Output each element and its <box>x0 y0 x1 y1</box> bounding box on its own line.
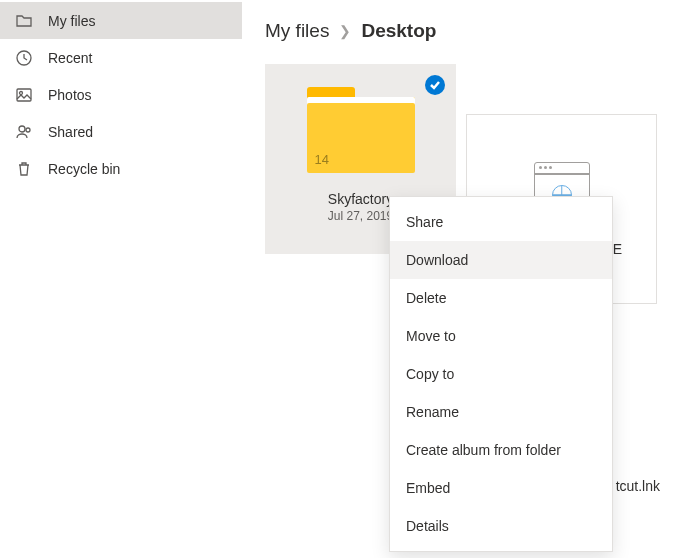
sidebar: My files Recent Photos Shared Recycle bi… <box>0 0 242 558</box>
sidebar-item-shared[interactable]: Shared <box>0 113 242 150</box>
trash-icon <box>14 159 34 179</box>
svg-point-3 <box>19 126 25 132</box>
sidebar-item-recent[interactable]: Recent <box>0 39 242 76</box>
svg-point-4 <box>26 128 30 132</box>
sidebar-item-label: Recycle bin <box>48 161 120 177</box>
photo-icon <box>14 85 34 105</box>
sidebar-item-recycle-bin[interactable]: Recycle bin <box>0 150 242 187</box>
truncated-filename-suffix: tcut.lnk <box>616 478 660 494</box>
main-content: My files ❯ Desktop 14 Skyfactory Jul 27,… <box>242 0 680 558</box>
sidebar-item-label: My files <box>48 13 95 29</box>
context-menu: Share Download Delete Move to Copy to Re… <box>389 196 613 552</box>
context-menu-move-to[interactable]: Move to <box>390 317 612 355</box>
sidebar-item-label: Shared <box>48 124 93 140</box>
folder-icon: 14 <box>307 87 415 173</box>
context-menu-create-album[interactable]: Create album from folder <box>390 431 612 469</box>
svg-point-2 <box>20 91 23 94</box>
selected-check-icon[interactable] <box>425 75 445 95</box>
svg-rect-1 <box>17 89 31 101</box>
clock-icon <box>14 48 34 68</box>
sidebar-item-label: Recent <box>48 50 92 66</box>
tile-name: Skyfactory <box>328 191 393 207</box>
sidebar-item-label: Photos <box>48 87 92 103</box>
sidebar-item-my-files[interactable]: My files <box>0 2 242 39</box>
context-menu-rename[interactable]: Rename <box>390 393 612 431</box>
person-icon <box>14 122 34 142</box>
breadcrumb-root[interactable]: My files <box>265 20 329 42</box>
context-menu-details[interactable]: Details <box>390 507 612 545</box>
folder-icon <box>14 11 34 31</box>
tile-date: Jul 27, 2019 <box>328 209 393 223</box>
context-menu-copy-to[interactable]: Copy to <box>390 355 612 393</box>
breadcrumb-current: Desktop <box>361 20 436 42</box>
context-menu-embed[interactable]: Embed <box>390 469 612 507</box>
chevron-right-icon: ❯ <box>339 23 351 39</box>
breadcrumb: My files ❯ Desktop <box>257 20 680 42</box>
sidebar-item-photos[interactable]: Photos <box>0 76 242 113</box>
context-menu-delete[interactable]: Delete <box>390 279 612 317</box>
folder-item-count: 14 <box>315 152 329 167</box>
context-menu-share[interactable]: Share <box>390 203 612 241</box>
context-menu-download[interactable]: Download <box>390 241 612 279</box>
